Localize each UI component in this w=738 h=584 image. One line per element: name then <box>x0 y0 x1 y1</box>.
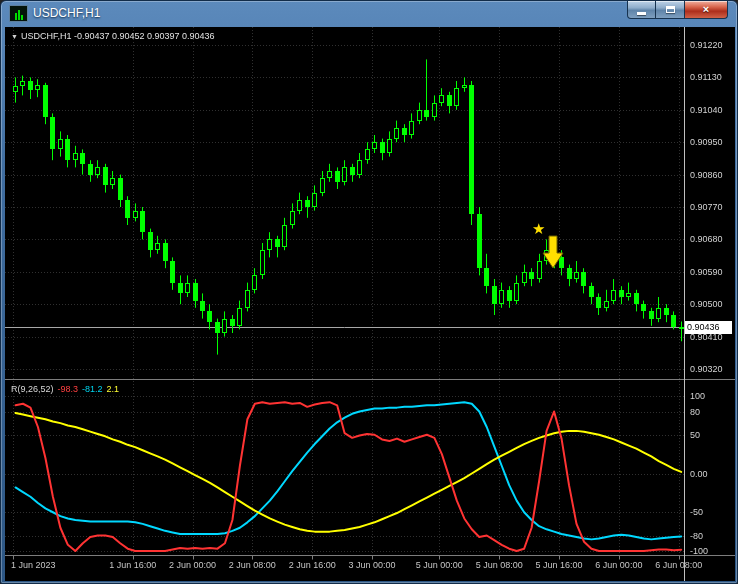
down-arrow-shape <box>543 236 563 268</box>
maximize-button[interactable] <box>656 1 685 19</box>
indicator-values: -98.3-81.22.1 <box>58 384 124 394</box>
time-axis-label: 2 Jun 00:00 <box>169 560 216 570</box>
indicator-name: R(9,26,52) <box>11 384 54 394</box>
time-axis-label: 2 Jun 16:00 <box>289 560 336 570</box>
indicator-scale-label: 0.00 <box>690 469 708 479</box>
time-axis-label: 5 Jun 08:00 <box>476 560 523 570</box>
indicator-scale-label: -80 <box>690 531 703 541</box>
price-axis-label: 0.91040 <box>690 105 723 115</box>
indicator-scale-label: 100 <box>690 391 705 401</box>
price-axis-label: 0.90950 <box>690 137 723 147</box>
chart-ohlc-text: USDCHF,H1 -0.90437 0.90452 0.90397 0.904… <box>21 31 215 41</box>
window-controls: × <box>627 1 728 19</box>
close-icon: × <box>703 4 709 15</box>
chart-icon <box>9 5 28 22</box>
time-axis-label: 1 Jun 16:00 <box>109 560 156 570</box>
price-axis-label: 0.90590 <box>690 267 723 277</box>
price-axis-label: 0.91220 <box>690 40 723 50</box>
close-button[interactable]: × <box>685 1 728 19</box>
window-title: USDCHF,H1 <box>33 6 100 20</box>
minimize-button[interactable] <box>627 1 656 19</box>
star-marker[interactable]: ★ <box>532 221 545 236</box>
indicator-header: R(9,26,52)-98.3-81.22.1 <box>11 384 127 394</box>
time-axis-label: 5 Jun 16:00 <box>536 560 583 570</box>
down-arrow-marker[interactable] <box>542 235 564 269</box>
time-axis-label: 5 Jun 00:00 <box>416 560 463 570</box>
time-axis-label: 6 Jun 00:00 <box>595 560 642 570</box>
time-axis-label: 6 Jun 08:00 <box>655 560 702 570</box>
chart-header: ▼USDCHF,H1 -0.90437 0.90452 0.90397 0.90… <box>11 31 215 41</box>
time-axis-label: 1 Jun 2023 <box>11 560 56 570</box>
price-axis-label: 0.91130 <box>690 72 722 82</box>
chart-area[interactable]: ▼USDCHF,H1 -0.90437 0.90452 0.90397 0.90… <box>5 27 735 581</box>
window-titlebar[interactable]: USDCHF,H1 × <box>1 1 737 25</box>
price-axis-label: 0.90860 <box>690 170 723 180</box>
indicator-value: 2.1 <box>107 384 120 394</box>
price-axis[interactable]: 0.90436 0.912200.911300.910400.909500.90… <box>685 27 735 581</box>
indicator-scale-label: -100 <box>690 546 708 556</box>
price-axis-label: 0.90500 <box>690 299 723 309</box>
time-axis-label: 3 Jun 00:00 <box>349 560 396 570</box>
indicator-scale-label: -50 <box>690 507 703 517</box>
chart-canvas[interactable] <box>5 27 735 581</box>
current-price-tag: 0.90436 <box>685 321 732 334</box>
minimize-icon <box>637 12 646 15</box>
indicator-scale-label: 80 <box>690 407 700 417</box>
time-axis-label: 2 Jun 08:00 <box>229 560 276 570</box>
chart-dropdown-icon[interactable]: ▼ <box>11 33 18 40</box>
price-axis-label: 0.90770 <box>690 202 723 212</box>
indicator-scale-label: 50 <box>690 430 700 440</box>
maximize-icon <box>666 6 675 13</box>
price-axis-label: 0.90680 <box>690 234 723 244</box>
indicator-value: -81.2 <box>82 384 103 394</box>
price-axis-label: 0.90320 <box>690 364 723 374</box>
indicator-value: -98.3 <box>58 384 79 394</box>
time-axis[interactable]: 1 Jun 20231 Jun 16:002 Jun 00:002 Jun 08… <box>5 556 735 581</box>
mt4-chart-window: USDCHF,H1 × ▼USDCHF,H1 -0.90437 0.90452 … <box>0 0 738 584</box>
